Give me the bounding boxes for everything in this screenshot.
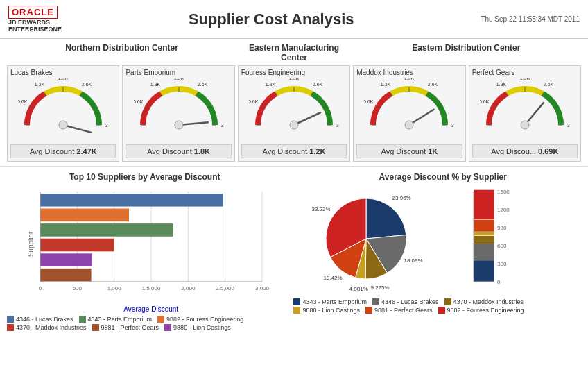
gauge-avg-1: Avg Discount 1.8K: [126, 144, 231, 158]
gauge-label-2: Fouress Engineering: [241, 69, 347, 76]
svg-text:0: 0: [497, 279, 501, 285]
svg-text:0.6K: 0.6K: [249, 99, 259, 104]
pie-legend-item: 9881 - Perfect Gears: [365, 307, 433, 314]
timestamp: Thu Sep 22 11:55:34 MDT 2011: [481, 15, 580, 23]
svg-text:1.9K: 1.9K: [404, 78, 415, 80]
svg-text:3.2K: 3.2K: [567, 123, 570, 128]
location-north: Northern Distribution Center: [7, 43, 236, 62]
pie-chart-title: Average Discount % by Supplier: [293, 172, 588, 182]
svg-text:1.9K: 1.9K: [520, 78, 530, 80]
gauges-section: Northern Distribution Center Eastern Man…: [0, 39, 588, 166]
bar-legend-item: 9882 - Fouress Engineering: [157, 316, 243, 323]
svg-text:33.22%: 33.22%: [312, 206, 331, 212]
svg-text:1.5,000: 1.5,000: [142, 285, 161, 291]
location-east-dist: Eastern Distribution Center: [352, 43, 581, 62]
pie-legend-item: 9882 - Fouress Engineering: [438, 307, 524, 314]
svg-text:2.6K: 2.6K: [197, 82, 207, 87]
svg-text:500: 500: [73, 285, 83, 291]
svg-rect-89: [40, 194, 223, 207]
bar-legend-item: 9881 - Perfect Gears: [92, 324, 159, 331]
svg-text:2.6K: 2.6K: [313, 82, 323, 87]
svg-rect-117: [474, 235, 494, 244]
svg-text:1.3K: 1.3K: [266, 82, 276, 87]
gauge-label-1: Parts Emporium: [126, 69, 231, 76]
svg-text:0.6K: 0.6K: [480, 99, 490, 104]
svg-point-59: [405, 121, 413, 129]
pie-legend-item: 4346 - Lucas Brakes: [372, 298, 439, 305]
gauge-0: Lucas Brakes 00.6K1.3K1.9K2.6K3.2K Avg D…: [7, 65, 119, 162]
gauge-label-3: Maddox Industries: [356, 69, 462, 76]
svg-text:13.42%: 13.42%: [324, 275, 343, 281]
bar-legend-item: 9880 - Lion Castings: [164, 324, 231, 331]
svg-rect-118: [474, 232, 494, 235]
svg-text:3.2K: 3.2K: [220, 123, 223, 128]
svg-text:600: 600: [497, 243, 507, 249]
svg-text:3.2K: 3.2K: [451, 123, 454, 128]
gauge-avg-3: Avg Discount 1K: [356, 144, 462, 158]
x-axis-label: Average Discount: [19, 305, 282, 313]
gauges-row: Lucas Brakes 00.6K1.3K1.9K2.6K3.2K Avg D…: [7, 65, 581, 162]
svg-text:0.6K: 0.6K: [134, 99, 144, 104]
svg-text:4.081%: 4.081%: [349, 286, 368, 292]
pie-chart-svg: 23.96%18.09%9.225%4.081%13.42%33.22%: [293, 185, 460, 296]
bar-legend: 4346 - Lucas Brakes4343 - Parts Emporium…: [7, 316, 282, 331]
svg-text:0: 0: [39, 285, 42, 291]
svg-point-29: [175, 121, 183, 129]
gauge-avg-2: Avg Discount 1.2K: [241, 144, 347, 158]
bar-chart-svg: 05001,0001.5,0002,0002.5,0003,000: [19, 185, 269, 303]
gauge-2: Fouress Engineering 00.6K1.3K1.9K2.6K3.2…: [238, 65, 350, 162]
gauge-4: Perfect Gears 00.6K1.3K1.9K2.6K3.2K Avg …: [469, 65, 581, 162]
pie-bar-svg: 030060090012001500: [460, 185, 515, 296]
header: ORACLE JD EDWARDS ENTERPRISEONE Supplier…: [0, 0, 588, 39]
svg-text:1.9K: 1.9K: [173, 78, 184, 80]
pie-chart-area: 23.96%18.09%9.225%4.081%13.42%33.22% 030…: [293, 185, 588, 296]
svg-text:1200: 1200: [497, 207, 510, 213]
svg-text:2.6K: 2.6K: [82, 82, 92, 87]
svg-text:3.2K: 3.2K: [105, 123, 108, 128]
svg-rect-116: [474, 244, 494, 260]
bar-chart-title: Top 10 Suppliers by Average Discount: [7, 172, 282, 182]
svg-text:1.3K: 1.3K: [35, 82, 45, 87]
svg-text:1,000: 1,000: [107, 285, 122, 291]
svg-text:2.6K: 2.6K: [544, 82, 554, 87]
svg-text:2,000: 2,000: [181, 285, 196, 291]
svg-rect-90: [40, 209, 129, 222]
svg-text:3.2K: 3.2K: [336, 123, 339, 128]
svg-text:1.3K: 1.3K: [496, 82, 507, 87]
gauge-label-0: Lucas Brakes: [10, 69, 116, 76]
svg-text:23.96%: 23.96%: [392, 195, 411, 201]
svg-text:1500: 1500: [497, 189, 510, 195]
bar-chart-wrap: Supplier 05001,0001.5,0002,0002.5,0003,0…: [19, 185, 282, 313]
svg-rect-119: [474, 220, 494, 232]
svg-point-14: [59, 121, 67, 129]
svg-text:3,000: 3,000: [255, 285, 269, 291]
svg-text:900: 900: [497, 225, 507, 231]
svg-text:300: 300: [497, 261, 507, 267]
svg-text:0.6K: 0.6K: [18, 99, 28, 104]
oracle-logo: ORACLE JD EDWARDS ENTERPRISEONE: [8, 6, 62, 33]
y-axis-label: Supplier: [27, 232, 35, 257]
location-headers: Northern Distribution Center Eastern Man…: [7, 43, 581, 62]
jde-line1: JD EDWARDS: [8, 19, 50, 26]
jde-line2: ENTERPRISEONE: [8, 26, 62, 33]
gauge-avg-4: Avg Discou... 0.69K: [472, 144, 578, 158]
svg-rect-94: [40, 269, 92, 282]
svg-text:0.6K: 0.6K: [364, 99, 374, 104]
svg-text:2.5,000: 2.5,000: [216, 285, 234, 291]
svg-rect-115: [474, 260, 494, 282]
svg-rect-91: [40, 223, 173, 237]
svg-rect-120: [474, 189, 494, 219]
gauge-1: Parts Emporium 00.6K1.3K1.9K2.6K3.2K Avg…: [122, 65, 234, 162]
svg-text:1.3K: 1.3K: [150, 82, 160, 87]
location-east-mfg: Eastern Manufacturing Center: [236, 43, 352, 62]
pie-legend-item: 4370 - Maddox Industries: [444, 298, 524, 305]
oracle-text: ORACLE: [8, 6, 58, 19]
pie-legend: 4343 - Parts Emporium4346 - Lucas Brakes…: [293, 298, 588, 314]
gauge-avg-0: Avg Discount 2.47K: [10, 144, 116, 158]
svg-point-74: [521, 121, 529, 129]
charts-row: Top 10 Suppliers by Average Discount Sup…: [0, 166, 588, 337]
svg-text:9.225%: 9.225%: [371, 285, 390, 291]
pie-legend-item: 9880 - Lion Castings: [293, 307, 360, 314]
bar-legend-item: 4343 - Parts Emporium: [79, 316, 153, 323]
svg-text:1.9K: 1.9K: [289, 78, 300, 80]
